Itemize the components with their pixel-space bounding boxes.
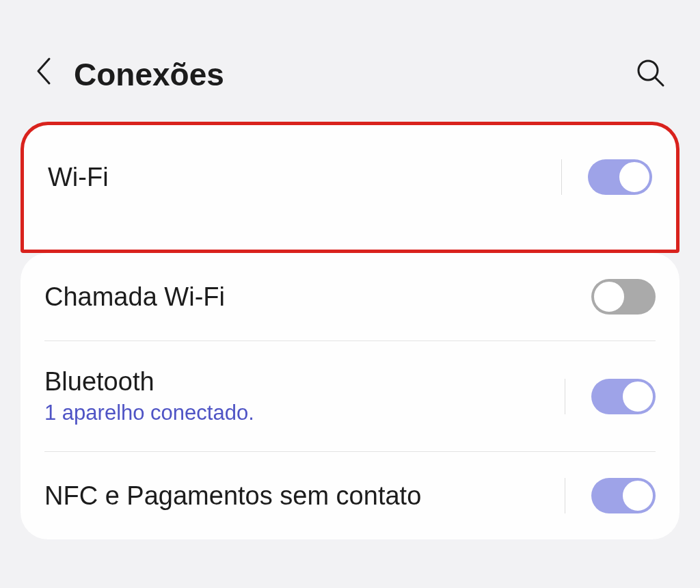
toggle-wrapper	[565, 478, 656, 513]
toggle-wrapper	[591, 279, 656, 315]
svg-line-1	[656, 78, 663, 85]
toggle-knob	[593, 280, 625, 313]
bluetooth-toggle[interactable]	[591, 379, 656, 414]
search-icon[interactable]	[636, 58, 666, 91]
nfc-toggle[interactable]	[591, 478, 656, 513]
wifi-calling-toggle[interactable]	[591, 279, 656, 315]
settings-panel: Chamada Wi-Fi Bluetooth 1 aparelho conec…	[21, 253, 679, 539]
vertical-divider	[565, 379, 565, 414]
toggle-knob	[621, 380, 654, 413]
bluetooth-sublabel: 1 aparelho conectado.	[44, 401, 565, 425]
wifi-calling-label: Chamada Wi-Fi	[44, 282, 591, 312]
settings-container: Conexões Wi-Fi Chamada Wi-Fi	[0, 0, 700, 539]
wifi-toggle[interactable]	[588, 159, 652, 195]
settings-row-bluetooth[interactable]: Bluetooth 1 aparelho conectado.	[21, 341, 679, 451]
svg-point-0	[638, 61, 658, 80]
bluetooth-label: Bluetooth	[44, 367, 565, 397]
toggle-knob	[621, 479, 654, 512]
nfc-label: NFC e Pagamentos sem contato	[44, 481, 565, 511]
toggle-knob	[618, 161, 651, 193]
wifi-highlight-box: Wi-Fi	[21, 122, 679, 253]
wifi-label: Wi-Fi	[48, 163, 109, 191]
back-icon[interactable]	[34, 55, 53, 94]
toggle-wrapper	[561, 159, 652, 195]
settings-row-nfc[interactable]: NFC e Pagamentos sem contato	[21, 452, 679, 539]
settings-row-wifi-calling[interactable]: Chamada Wi-Fi	[21, 253, 679, 340]
toggle-wrapper	[565, 379, 656, 414]
vertical-divider	[565, 478, 565, 513]
header: Conexões	[0, 0, 700, 122]
vertical-divider	[561, 159, 562, 195]
page-title: Conexões	[74, 56, 615, 93]
settings-row-wifi[interactable]: Wi-Fi	[48, 159, 652, 195]
